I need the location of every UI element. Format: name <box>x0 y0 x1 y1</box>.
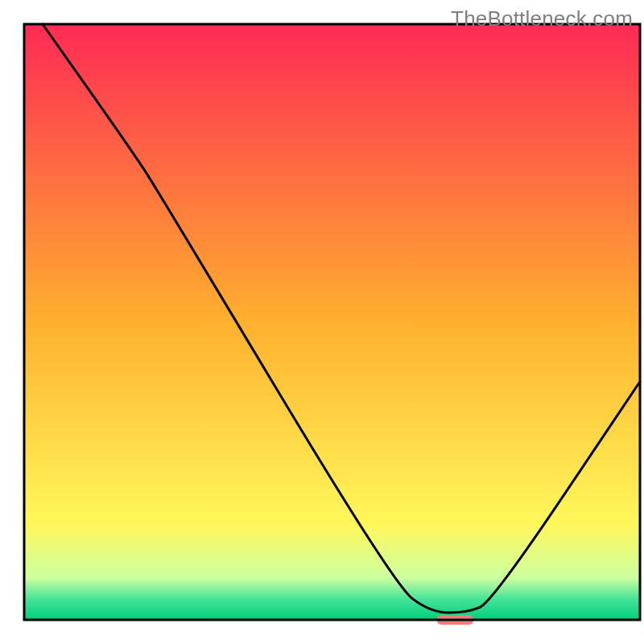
bottleneck-chart: TheBottleneck.com <box>0 0 644 644</box>
watermark-text: TheBottleneck.com <box>451 6 633 31</box>
gradient-background <box>24 24 640 620</box>
chart-svg <box>0 0 644 644</box>
